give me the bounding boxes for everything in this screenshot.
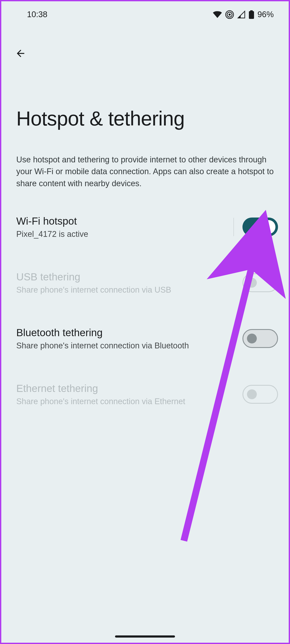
back-button[interactable] [12, 45, 29, 62]
setting-subtitle: Pixel_4172 is active [16, 230, 233, 239]
svg-rect-3 [249, 11, 254, 19]
setting-wifi-hotspot[interactable]: Wi-Fi hotspot Pixel_4172 is active [1, 215, 289, 239]
signal-icon [237, 10, 245, 19]
battery-icon [249, 10, 254, 19]
setting-title: Bluetooth tethering [16, 327, 242, 338]
svg-rect-4 [250, 10, 253, 12]
setting-subtitle: Share phone's internet connection via US… [16, 285, 242, 294]
setting-title: USB tethering [16, 271, 242, 283]
page-description: Use hotspot and tethering to provide int… [16, 154, 274, 190]
ethernet-tethering-switch [242, 385, 278, 404]
hotspot-status-icon [225, 10, 234, 19]
setting-title: Ethernet tethering [16, 382, 242, 394]
setting-subtitle: Share phone's internet connection via Bl… [16, 341, 242, 350]
settings-list: Wi-Fi hotspot Pixel_4172 is active USB t… [1, 215, 289, 406]
bluetooth-tethering-switch[interactable] [242, 329, 278, 348]
arrow-back-icon [15, 48, 26, 59]
divider [233, 218, 234, 236]
setting-title: Wi-Fi hotspot [16, 215, 233, 227]
wifi-hotspot-switch[interactable] [242, 218, 278, 236]
status-bar: 10:38 96% [1, 1, 289, 26]
status-time: 10:38 [27, 10, 47, 19]
page-title: Hotspot & tethering [16, 107, 289, 130]
setting-usb-tethering: USB tethering Share phone's internet con… [1, 271, 289, 294]
setting-subtitle: Share phone's internet connection via Et… [16, 397, 242, 406]
status-icons: 96% [213, 10, 274, 19]
wifi-icon [213, 11, 222, 18]
navigation-handle[interactable] [115, 636, 175, 638]
battery-percent: 96% [258, 10, 274, 19]
setting-ethernet-tethering: Ethernet tethering Share phone's interne… [1, 382, 289, 406]
setting-bluetooth-tethering[interactable]: Bluetooth tethering Share phone's intern… [1, 327, 289, 350]
usb-tethering-switch [242, 273, 278, 292]
svg-point-0 [229, 14, 231, 16]
